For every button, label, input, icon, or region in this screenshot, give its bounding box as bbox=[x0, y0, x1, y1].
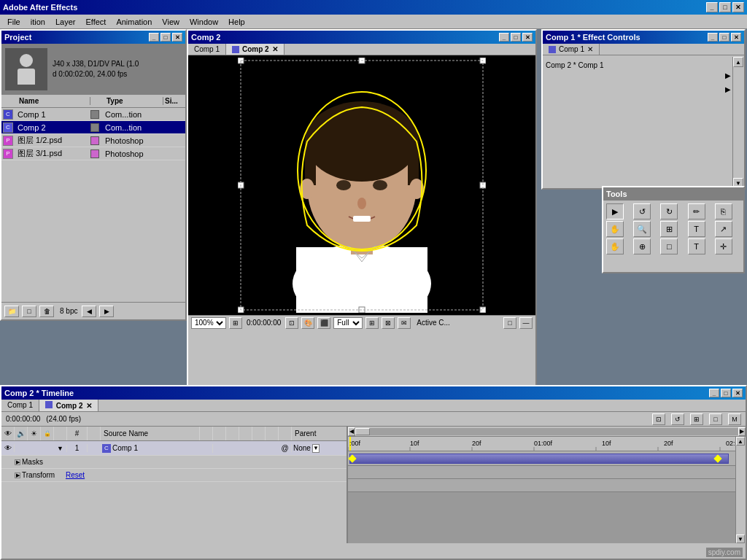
tool-rect[interactable]: □ bbox=[660, 238, 678, 254]
project-maximize[interactable]: □ bbox=[160, 33, 171, 42]
tool-crosshair[interactable]: ✛ bbox=[715, 238, 732, 254]
quality-select[interactable]: Full Half bbox=[333, 317, 363, 329]
project-title-bar[interactable]: Project _ □ ✕ bbox=[1, 31, 185, 44]
layer1-expand[interactable]: ▼ bbox=[54, 445, 67, 452]
menu-view[interactable]: View bbox=[158, 16, 184, 28]
project-row-comp1[interactable]: C Comp 1 Com...tion bbox=[1, 108, 185, 121]
comp2-close[interactable]: ✕ bbox=[522, 33, 533, 42]
tb-btn2[interactable]: ⊡ bbox=[285, 317, 298, 329]
tl-btn3[interactable]: ⊞ bbox=[690, 413, 703, 425]
menu-effect[interactable]: Effect bbox=[81, 16, 110, 28]
delete-button[interactable]: 🗑 bbox=[39, 306, 54, 317]
tool-arrow[interactable]: ↗ bbox=[715, 221, 732, 237]
tool-pen[interactable]: ✏ bbox=[688, 203, 705, 219]
effect-tab-comp1-label: Comp 1 bbox=[559, 45, 584, 53]
effect-tab1-close[interactable]: ✕ bbox=[587, 45, 593, 53]
timeline-minimize[interactable]: _ bbox=[709, 389, 719, 397]
menu-animation[interactable]: Animation bbox=[112, 16, 156, 28]
col-parent-header: Parent bbox=[292, 427, 347, 440]
tool-hand[interactable]: ✋ bbox=[606, 221, 624, 237]
col-solo-header: ☀ bbox=[28, 427, 41, 440]
scrub-right-btn[interactable]: ▶ bbox=[738, 427, 746, 436]
layer1-parent-dropdown[interactable]: ▼ bbox=[312, 444, 320, 453]
tool-zoom[interactable]: 🔍 bbox=[633, 221, 651, 237]
timeline-maximize[interactable]: □ bbox=[721, 389, 731, 397]
tb-btn4[interactable]: ⬛ bbox=[317, 317, 330, 329]
timeline-title-bar[interactable]: Comp 2 * Timeline _ □ ✕ bbox=[1, 386, 746, 400]
tb-btn6[interactable]: ⊠ bbox=[382, 317, 395, 329]
reset-button[interactable]: Reset bbox=[66, 471, 85, 479]
tool-text2[interactable]: T bbox=[688, 238, 705, 254]
tool-grid[interactable]: ⊞ bbox=[660, 221, 678, 237]
scrub-thumb[interactable] bbox=[355, 428, 370, 435]
tb-btn9[interactable]: — bbox=[519, 317, 533, 329]
zoom-select[interactable]: 100% 50% 200% bbox=[191, 317, 226, 329]
menu-help[interactable]: Help bbox=[224, 16, 249, 28]
tb-btn3[interactable]: 🎨 bbox=[301, 317, 314, 329]
scroll-left[interactable]: ◀ bbox=[82, 306, 96, 317]
track-scrollbar-v[interactable]: ▲ ▼ bbox=[735, 437, 746, 543]
comp2-maximize[interactable]: □ bbox=[511, 33, 521, 42]
project-row-psd1[interactable]: P 图层 1/2.psd Photoshop bbox=[1, 134, 185, 147]
project-row-comp2[interactable]: C Comp 2 Com...tion bbox=[1, 121, 185, 134]
tool-select[interactable]: ▶ bbox=[606, 203, 624, 219]
close-button[interactable]: ✕ bbox=[732, 2, 744, 12]
tb-btn5[interactable]: ⊞ bbox=[365, 317, 379, 329]
tool-rotate-cw[interactable]: ↻ bbox=[660, 203, 678, 219]
tool-clone[interactable]: ⎘ bbox=[715, 203, 732, 219]
maximize-button[interactable]: □ bbox=[719, 2, 731, 12]
menu-layer[interactable]: Layer bbox=[51, 16, 80, 28]
tl-btn1[interactable]: ⊡ bbox=[652, 413, 665, 425]
track-scroll-down[interactable]: ▼ bbox=[736, 534, 745, 543]
tool-text[interactable]: T bbox=[688, 221, 705, 237]
comp2-title-bar[interactable]: Comp 2 _ □ ✕ bbox=[188, 31, 535, 44]
tools-title-bar[interactable]: Tools bbox=[603, 187, 743, 201]
tb-btn7[interactable]: ✉ bbox=[398, 317, 411, 329]
tb-btn1[interactable]: ⊞ bbox=[229, 317, 242, 329]
project-minimize[interactable]: _ bbox=[149, 33, 159, 42]
comp2-tab-close[interactable]: ✕ bbox=[272, 45, 278, 53]
timeline-tab2-close[interactable]: ✕ bbox=[86, 402, 92, 410]
scrub-track[interactable] bbox=[355, 428, 738, 435]
tool-hand2[interactable]: ✋ bbox=[606, 238, 624, 254]
tl-btn4[interactable]: □ bbox=[709, 413, 722, 425]
effect-expand-right2[interactable]: ▶ bbox=[725, 85, 731, 93]
effect-expand-right[interactable]: ▶ bbox=[725, 71, 731, 79]
new-folder-button[interactable]: □ bbox=[22, 306, 36, 317]
tool-zoom2[interactable]: ⊕ bbox=[633, 238, 651, 254]
comp-tab-1[interactable]: Comp 1 bbox=[188, 44, 226, 55]
effect-tab-comp1[interactable]: Comp 1 ✕ bbox=[543, 44, 600, 55]
masks-expand[interactable]: ▶ bbox=[15, 459, 20, 465]
scroll-right[interactable]: ▶ bbox=[99, 306, 114, 317]
comp2-minimize[interactable]: _ bbox=[499, 33, 509, 42]
layer-row-1[interactable]: 👁 ▼ 1 C Comp 1 @ bbox=[1, 441, 347, 456]
main-area: Project _ □ ✕ J40 x J38, D1/DV PAL (1.0 … bbox=[0, 29, 747, 560]
timeline-scrub-bar[interactable]: ◀ ▶ bbox=[348, 427, 746, 437]
timeline-close[interactable]: ✕ bbox=[732, 389, 743, 397]
project-row-psd2[interactable]: P 图层 3/1.psd Photoshop bbox=[1, 147, 185, 160]
new-item-button[interactable]: 📁 bbox=[4, 306, 19, 317]
effect-maximize[interactable]: □ bbox=[719, 33, 729, 42]
tb-btn8[interactable]: □ bbox=[503, 317, 516, 329]
minimize-button[interactable]: _ bbox=[706, 2, 718, 12]
effect-scroll-up[interactable]: ▲ bbox=[733, 57, 743, 67]
menu-ition[interactable]: ition bbox=[26, 16, 50, 28]
tool-rotate-ccw[interactable]: ↺ bbox=[633, 203, 651, 219]
project-close[interactable]: ✕ bbox=[172, 33, 182, 42]
effect-title-bar[interactable]: Comp 1 * Effect Controls _ □ ✕ bbox=[543, 31, 744, 44]
effect-close[interactable]: ✕ bbox=[731, 33, 741, 42]
timeline-tab-comp1[interactable]: Comp 1 bbox=[1, 400, 39, 411]
effect-content: Comp 2 * Comp 1 ▲ ▼ bbox=[543, 55, 744, 184]
track-scroll-up[interactable]: ▲ bbox=[736, 437, 745, 446]
transform-expand[interactable]: ▶ bbox=[15, 472, 20, 478]
scrub-left-btn[interactable]: ◀ bbox=[348, 427, 355, 436]
layer1-eye[interactable]: 👁 bbox=[1, 444, 15, 452]
effect-minimize[interactable]: _ bbox=[708, 33, 718, 42]
comp-tab-2[interactable]: Comp 2 ✕ bbox=[226, 44, 285, 55]
tl-btn2[interactable]: ↺ bbox=[671, 413, 684, 425]
timeline-tab-comp2[interactable]: Comp 2 ✕ bbox=[39, 400, 98, 411]
menu-window[interactable]: Window bbox=[185, 16, 222, 28]
effect-scrollbar[interactable]: ▲ ▼ bbox=[732, 57, 744, 188]
tl-btn5[interactable]: M bbox=[728, 413, 741, 425]
menu-file[interactable]: File bbox=[3, 16, 25, 28]
